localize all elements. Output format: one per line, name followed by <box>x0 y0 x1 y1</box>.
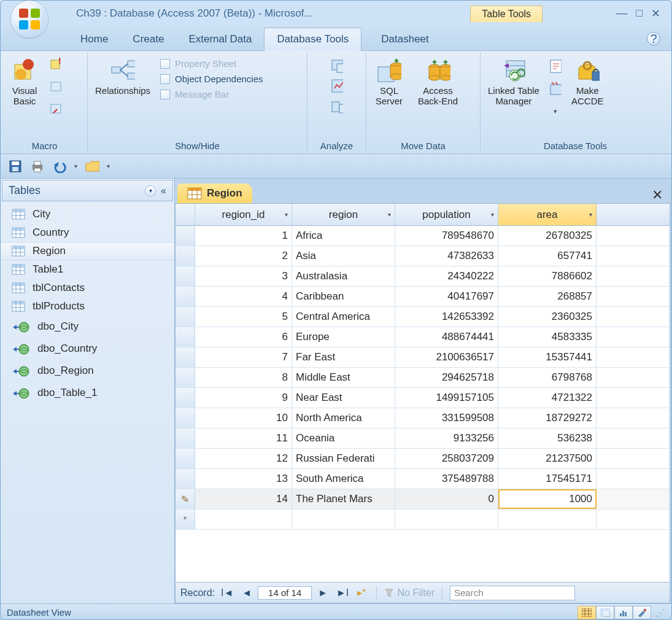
maximize-button[interactable]: □ <box>636 7 643 20</box>
cell-region[interactable]: Australasia <box>292 266 395 286</box>
nav-table-city[interactable]: City <box>1 205 174 223</box>
cell-population[interactable]: 294625718 <box>395 368 498 387</box>
undo-button[interactable] <box>52 159 67 174</box>
cell-population[interactable]: 9133256 <box>395 428 498 448</box>
cell-population[interactable]: 331599508 <box>395 408 498 428</box>
cell-population[interactable]: 40417697 <box>395 287 498 306</box>
row-selector-new[interactable]: * <box>176 510 195 529</box>
cell-region-id[interactable]: 3 <box>195 266 292 286</box>
cell-region[interactable]: South America <box>292 469 395 489</box>
table-row[interactable]: 3Australasia243402227886602 <box>176 266 670 287</box>
cell-region[interactable]: The Planet Mars <box>292 489 395 509</box>
access-backend-button[interactable]: Access Back-End <box>414 55 462 110</box>
nav-linked-dbo_country[interactable]: dbo_Country <box>1 338 174 360</box>
cell-population[interactable]: 2100636517 <box>395 347 498 367</box>
row-selector[interactable] <box>176 388 195 408</box>
undo-dropdown[interactable]: ▾ <box>74 163 77 169</box>
qat-customize[interactable]: ▾ <box>107 163 110 169</box>
table-row[interactable]: 6Europe4886744414583335 <box>176 327 670 347</box>
nav-table-tblproducts[interactable]: tblProducts <box>1 297 174 316</box>
view-pivottable-button[interactable] <box>596 606 614 619</box>
cell-region-id[interactable]: 12 <box>195 449 292 468</box>
minimize-button[interactable]: — <box>616 7 627 20</box>
row-selector[interactable] <box>176 327 195 347</box>
make-accde-button[interactable]: Make ACCDE <box>568 55 608 110</box>
cell-region-id[interactable]: 2 <box>195 246 292 266</box>
view-design-button[interactable] <box>633 606 651 619</box>
cell-area[interactable]: 4721322 <box>498 388 597 408</box>
cell-region[interactable]: Central America <box>292 307 395 327</box>
object-dependencies-toggle[interactable]: Object Dependencies <box>160 74 263 84</box>
cell-region-id[interactable]: 1 <box>195 226 292 246</box>
cell-region[interactable]: Oceania <box>292 428 395 448</box>
table-row[interactable]: 11Oceania9133256536238 <box>176 428 670 449</box>
cell-region-id[interactable]: 10 <box>195 408 292 428</box>
cell-area[interactable]: 21237500 <box>498 449 597 468</box>
column-header-region[interactable]: region▾ <box>292 204 395 225</box>
macro-icon-3[interactable] <box>50 103 62 115</box>
cell-population[interactable]: 0 <box>395 489 498 509</box>
table-row-new[interactable]: * <box>176 510 670 530</box>
save-button[interactable] <box>8 159 23 174</box>
visual-basic-button[interactable]: Visual Basic <box>6 55 44 110</box>
cell-area[interactable]: 6798768 <box>498 368 597 387</box>
cell-region-id[interactable]: 11 <box>195 428 292 448</box>
table-row[interactable]: 10North America33159950818729272 <box>176 408 670 428</box>
cell-region-id[interactable]: 6 <box>195 327 292 347</box>
row-selector[interactable]: ✎ <box>176 489 195 509</box>
cell-region[interactable]: Caribbean <box>292 287 395 306</box>
table-row[interactable]: 7Far East210063651715357441 <box>176 347 670 368</box>
tab-home[interactable]: Home <box>68 28 120 50</box>
analyze-icon-3[interactable] <box>331 101 343 114</box>
nav-linked-dbo_region[interactable]: dbo_Region <box>1 360 174 382</box>
office-button[interactable] <box>10 0 48 38</box>
nav-linked-dbo_city[interactable]: dbo_City <box>1 316 174 338</box>
cell-area[interactable]: 15357441 <box>498 347 597 367</box>
row-selector[interactable] <box>176 266 195 286</box>
analyze-icon-2[interactable] <box>331 80 343 93</box>
help-button[interactable]: ? <box>647 32 660 45</box>
chevron-down-icon[interactable]: ▾ <box>589 211 592 218</box>
chevron-down-icon[interactable]: ▾ <box>388 211 391 218</box>
filter-indicator[interactable]: No Filter <box>384 587 434 599</box>
nav-table-tblcontacts[interactable]: tblContacts <box>1 279 174 297</box>
table-row[interactable]: 9Near East14991571054721322 <box>176 388 670 408</box>
cell-population[interactable]: 375489788 <box>395 469 498 489</box>
row-selector[interactable] <box>176 469 195 489</box>
sql-server-button[interactable]: SQL Server <box>370 55 408 110</box>
cell-region[interactable]: Russian Federati <box>292 449 395 468</box>
search-input[interactable] <box>450 586 575 600</box>
row-selector[interactable] <box>176 368 195 387</box>
row-selector[interactable] <box>176 287 195 306</box>
view-pivotchart-button[interactable] <box>614 606 633 619</box>
cell-area[interactable]: 17545171 <box>498 469 597 489</box>
cell-area[interactable]: 657741 <box>498 246 597 266</box>
new-record-button[interactable]: ▸* <box>355 587 368 599</box>
nav-table-country[interactable]: Country <box>1 223 174 242</box>
cell-region[interactable]: Europe <box>292 327 395 347</box>
cell-population[interactable]: 258037209 <box>395 449 498 468</box>
row-selector[interactable] <box>176 449 195 468</box>
row-selector[interactable] <box>176 428 195 448</box>
row-selector[interactable] <box>176 408 195 428</box>
first-record-button[interactable]: I◄ <box>218 587 236 599</box>
cell-region[interactable]: Africa <box>292 226 395 246</box>
print-button[interactable] <box>30 159 45 174</box>
cell-region-id[interactable]: 8 <box>195 368 292 387</box>
nav-table-region[interactable]: Region <box>1 242 174 260</box>
table-row[interactable]: ✎14The Planet Mars01000 <box>176 489 670 510</box>
cell-region-id[interactable]: 9 <box>195 388 292 408</box>
chevron-down-icon[interactable]: ▾ <box>491 211 494 218</box>
folder-button[interactable] <box>85 159 99 174</box>
row-selector[interactable] <box>176 246 195 266</box>
nav-linked-dbo_table_1[interactable]: dbo_Table_1 <box>1 382 174 404</box>
cell-region[interactable]: Near East <box>292 388 395 408</box>
analyze-icon-1[interactable] <box>331 60 343 72</box>
cell-region-id[interactable]: 4 <box>195 287 292 306</box>
relationships-button[interactable]: Relationships <box>91 55 154 99</box>
property-sheet-toggle[interactable]: Property Sheet <box>160 58 263 69</box>
table-row[interactable]: 5Central America1426533922360325 <box>176 307 670 327</box>
cell-population[interactable]: 1499157105 <box>395 388 498 408</box>
tab-external-data[interactable]: External Data <box>176 28 264 50</box>
column-header-region-id[interactable]: region_id▾ <box>195 204 292 225</box>
